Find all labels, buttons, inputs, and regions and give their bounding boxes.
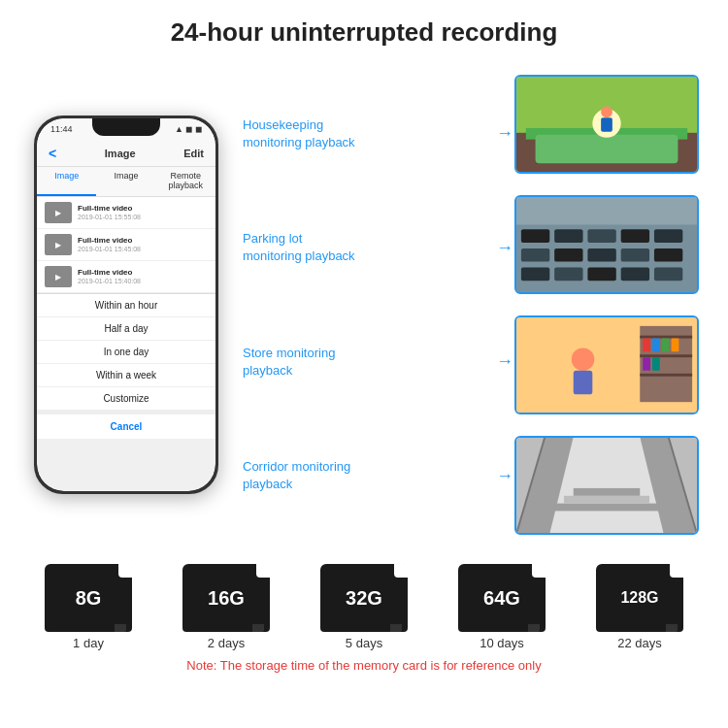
phone-tab-image2[interactable]: Image <box>96 167 155 196</box>
storage-section: 8G 1 day 16G 2 days 32G 5 days 64G 10 da… <box>0 552 728 673</box>
storage-item-128g: 128G 22 days <box>596 564 683 650</box>
svg-rect-8 <box>516 197 697 224</box>
sd-size-128g: 128G <box>620 589 658 607</box>
storage-cards: 8G 1 day 16G 2 days 32G 5 days 64G 10 da… <box>19 564 709 650</box>
video-thumb-1: ▶ <box>45 202 72 223</box>
dropdown-within-hour[interactable]: Within an hour <box>37 294 215 317</box>
img-store <box>514 315 699 414</box>
video-date-3: 2019-01-01 15:40:08 <box>78 278 141 284</box>
phone-notch <box>92 118 160 136</box>
sd-notch-1 <box>118 564 132 578</box>
phone-back-arrow[interactable]: < <box>49 146 56 161</box>
arrow-4: → <box>496 466 513 486</box>
storage-days-2: 2 days <box>208 636 245 650</box>
phone-tabs: Image Image Remote playback <box>37 167 215 197</box>
list-item: ▶ Full-time video 2019-01-01 15:55:08 <box>37 197 215 229</box>
svg-rect-13 <box>654 229 682 243</box>
svg-rect-27 <box>640 354 692 357</box>
img-store-bg <box>516 317 697 413</box>
page-title: 24-hour uninterrupted recording <box>10 17 718 48</box>
dropdown-customize[interactable]: Customize <box>37 387 215 411</box>
svg-rect-40 <box>554 504 659 512</box>
phone-tab-remote[interactable]: Remote playback <box>156 167 215 196</box>
svg-rect-33 <box>643 357 650 371</box>
svg-rect-23 <box>654 267 682 281</box>
svg-rect-36 <box>574 371 593 394</box>
sd-size-32g: 32G <box>346 587 382 610</box>
svg-rect-12 <box>621 229 649 243</box>
img-parking <box>514 195 699 294</box>
sd-notch-5 <box>670 564 683 578</box>
svg-point-35 <box>572 347 594 370</box>
phone-nav-edit[interactable]: Edit <box>183 148 204 159</box>
sd-card-32g: 32G <box>320 564 408 632</box>
svg-rect-30 <box>652 339 660 352</box>
storage-item-32g: 32G 5 days <box>320 564 408 650</box>
svg-rect-31 <box>662 339 670 352</box>
svg-rect-18 <box>654 248 682 262</box>
phone-tab-image[interactable]: Image <box>37 167 96 196</box>
svg-rect-26 <box>640 336 692 339</box>
arrow-2: → <box>496 238 513 258</box>
img-corridor <box>514 436 699 535</box>
img-parking-bg <box>516 197 697 292</box>
sd-notch-4 <box>532 564 546 578</box>
phone-icons: ▲ ◼ ◼ <box>175 124 202 134</box>
dropdown-cancel[interactable]: Cancel <box>37 411 215 439</box>
svg-rect-16 <box>587 248 615 262</box>
dropdown-within-week[interactable]: Within a week <box>37 364 215 387</box>
list-item: ▶ Full-time video 2019-01-01 15:45:08 <box>37 229 215 261</box>
svg-rect-34 <box>652 357 660 371</box>
sd-notch-3 <box>394 564 408 578</box>
svg-rect-20 <box>554 267 582 281</box>
video-thumb-2: ▶ <box>45 234 72 255</box>
video-date-2: 2019-01-01 15:45:08 <box>78 246 141 252</box>
sd-card-16g: 16G <box>182 564 270 632</box>
phone-section: 11:44 ▲ ◼ ◼ < Image Edit Image Image Rem… <box>19 57 233 552</box>
svg-rect-10 <box>554 229 582 243</box>
svg-rect-21 <box>587 267 615 281</box>
video-thumb-3: ▶ <box>45 266 72 287</box>
sd-notch-2 <box>256 564 270 578</box>
svg-rect-22 <box>621 267 649 281</box>
video-label-1: Full-time video <box>78 204 141 213</box>
monitor-labels: Housekeepingmonitoring playback Parking … <box>243 57 495 552</box>
dropdown-half-day[interactable]: Half a day <box>37 317 215 341</box>
video-date-1: 2019-01-01 15:55:08 <box>78 214 141 220</box>
sd-card-8g: 8G <box>45 564 132 632</box>
phone-dropdown: Within an hour Half a day In one day Wit… <box>37 293 215 439</box>
img-housekeeping <box>514 75 699 174</box>
svg-rect-19 <box>521 267 549 281</box>
phone-time: 11:44 <box>50 124 73 134</box>
svg-rect-41 <box>564 496 649 504</box>
video-label-2: Full-time video <box>78 236 141 245</box>
phone-list: ▶ Full-time video 2019-01-01 15:55:08 ▶ … <box>37 197 215 293</box>
storage-item-8g: 8G 1 day <box>45 564 132 650</box>
video-label-3: Full-time video <box>78 268 141 277</box>
storage-note: Note: The storage time of the memory car… <box>19 658 709 673</box>
arrow-3: → <box>496 351 513 372</box>
svg-point-5 <box>601 106 612 117</box>
sd-card-64g: 64G <box>458 564 546 632</box>
img-corridor-bg <box>516 438 697 533</box>
svg-rect-3 <box>536 135 678 163</box>
storage-days-4: 10 days <box>480 636 524 650</box>
sd-size-8g: 8G <box>76 587 102 610</box>
svg-rect-28 <box>640 374 692 377</box>
svg-rect-15 <box>554 248 582 262</box>
label-housekeeping: Housekeepingmonitoring playback <box>243 116 495 151</box>
right-section: Housekeepingmonitoring playback Parking … <box>243 57 709 552</box>
svg-rect-29 <box>643 339 650 352</box>
dropdown-one-day[interactable]: In one day <box>37 341 215 364</box>
phone-screen: 11:44 ▲ ◼ ◼ < Image Edit Image Image Rem… <box>37 118 215 491</box>
main-content: 11:44 ▲ ◼ ◼ < Image Edit Image Image Rem… <box>0 57 728 552</box>
img-housekeeping-bg <box>516 77 697 172</box>
phone-mockup: 11:44 ▲ ◼ ◼ < Image Edit Image Image Rem… <box>34 116 218 494</box>
label-corridor: Corridor monitoringplayback <box>243 458 495 493</box>
phone-nav-bar: < Image Edit <box>37 140 215 167</box>
label-store: Store monitoringplayback <box>243 345 495 380</box>
header-section: 24-hour uninterrupted recording <box>0 0 728 57</box>
storage-days-3: 5 days <box>346 636 382 650</box>
svg-rect-9 <box>521 229 549 243</box>
storage-days-1: 1 day <box>73 636 104 650</box>
